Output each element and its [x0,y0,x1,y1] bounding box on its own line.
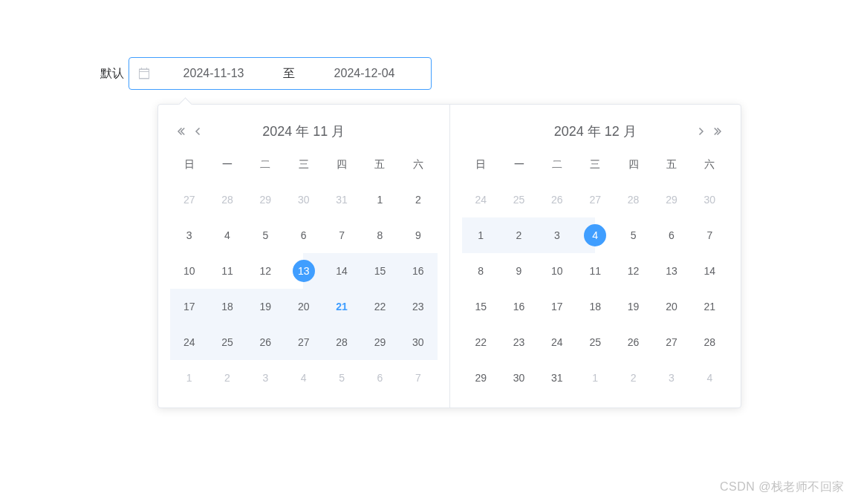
day-cell[interactable]: 26 [247,324,285,360]
day-cell[interactable]: 5 [614,217,652,253]
day-cell[interactable]: 24 [170,324,208,360]
day-cell[interactable]: 15 [462,289,500,324]
day-cell[interactable]: 30 [691,182,729,217]
day-cell[interactable]: 28 [691,324,729,360]
day-cell[interactable]: 1 [576,360,614,396]
day-cell[interactable]: 28 [208,182,246,217]
next-month-button[interactable] [693,124,708,139]
day-cell[interactable]: 3 [247,360,285,396]
day-cell[interactable]: 9 [500,253,538,289]
day-cell[interactable]: 19 [614,289,652,324]
day-number: 7 [407,367,429,389]
day-cell[interactable]: 14 [322,253,360,289]
day-cell[interactable]: 5 [322,360,360,396]
day-cell[interactable]: 20 [285,289,322,324]
day-cell[interactable]: 29 [361,324,399,360]
day-cell[interactable]: 16 [500,289,538,324]
day-cell[interactable]: 23 [500,324,538,360]
day-cell[interactable]: 5 [247,217,285,253]
day-number: 3 [546,224,568,246]
day-number: 6 [293,224,315,246]
day-cell[interactable]: 26 [538,182,576,217]
day-cell[interactable]: 24 [538,324,576,360]
day-cell[interactable]: 13 [652,253,690,289]
day-cell[interactable]: 18 [576,289,614,324]
start-date-input[interactable] [156,67,271,80]
day-cell[interactable]: 14 [691,253,729,289]
end-date-input[interactable] [307,67,422,80]
day-cell[interactable]: 27 [170,182,208,217]
day-cell[interactable]: 20 [652,289,690,324]
day-number: 26 [546,189,568,211]
day-cell[interactable]: 1 [361,182,399,217]
day-cell[interactable]: 27 [576,182,614,217]
day-number: 15 [469,295,492,318]
day-cell[interactable]: 10 [170,253,208,289]
day-cell[interactable]: 2 [614,360,652,396]
day-cell[interactable]: 6 [285,217,322,253]
day-cell[interactable]: 17 [170,289,208,324]
day-cell[interactable]: 30 [285,182,322,217]
day-cell[interactable]: 8 [462,253,500,289]
day-cell[interactable]: 31 [322,182,360,217]
day-cell[interactable]: 25 [208,324,246,360]
day-cell[interactable]: 22 [361,289,399,324]
day-number: 25 [584,331,606,353]
day-cell[interactable]: 6 [652,217,690,253]
day-cell[interactable]: 4 [576,217,614,253]
day-cell[interactable]: 3 [170,217,208,253]
day-cell[interactable]: 25 [500,182,538,217]
day-cell[interactable]: 9 [399,217,437,253]
day-cell[interactable]: 28 [322,324,360,360]
day-cell[interactable]: 29 [462,360,500,396]
next-year-button[interactable] [711,124,726,139]
day-cell[interactable]: 11 [208,253,246,289]
day-cell[interactable]: 21 [691,289,729,324]
day-cell[interactable]: 7 [322,217,360,253]
day-cell[interactable]: 4 [285,360,322,396]
day-cell[interactable]: 17 [538,289,576,324]
prev-month-button[interactable] [191,124,206,139]
day-cell[interactable]: 18 [208,289,246,324]
day-cell[interactable]: 13 [285,253,322,289]
day-number: 4 [584,224,606,246]
day-cell[interactable]: 27 [652,324,690,360]
day-cell[interactable]: 30 [399,324,437,360]
day-number: 19 [623,295,645,318]
day-cell[interactable]: 27 [285,324,322,360]
day-cell[interactable]: 12 [614,253,652,289]
day-cell[interactable]: 6 [361,360,399,396]
day-cell[interactable]: 24 [462,182,500,217]
right-calendar-panel: 2024 年 12 月日一二三四五六2425262728293012345678… [450,105,741,408]
day-cell[interactable]: 19 [247,289,285,324]
day-cell[interactable]: 30 [500,360,538,396]
day-cell[interactable]: 28 [614,182,652,217]
day-cell[interactable]: 15 [361,253,399,289]
day-cell[interactable]: 1 [462,217,500,253]
day-cell[interactable]: 2 [399,182,437,217]
day-cell[interactable]: 7 [399,360,437,396]
day-cell[interactable]: 7 [691,217,729,253]
day-cell[interactable]: 12 [247,253,285,289]
day-cell[interactable]: 16 [399,253,437,289]
day-cell[interactable]: 4 [691,360,729,396]
day-cell[interactable]: 31 [538,360,576,396]
day-cell[interactable]: 3 [652,360,690,396]
day-cell[interactable]: 3 [538,217,576,253]
day-cell[interactable]: 11 [576,253,614,289]
day-cell[interactable]: 26 [614,324,652,360]
prev-year-button[interactable] [173,124,188,139]
day-cell[interactable]: 1 [170,360,208,396]
day-cell[interactable]: 4 [208,217,246,253]
day-cell[interactable]: 29 [652,182,690,217]
day-cell[interactable]: 22 [462,324,500,360]
day-cell[interactable]: 23 [399,289,437,324]
day-cell[interactable]: 2 [500,217,538,253]
day-cell[interactable]: 2 [208,360,246,396]
day-cell[interactable]: 8 [361,217,399,253]
day-cell[interactable]: 10 [538,253,576,289]
day-cell[interactable]: 29 [247,182,285,217]
date-range-input[interactable]: 至 [129,57,432,90]
day-cell[interactable]: 25 [576,324,614,360]
day-cell[interactable]: 21 [322,289,360,324]
